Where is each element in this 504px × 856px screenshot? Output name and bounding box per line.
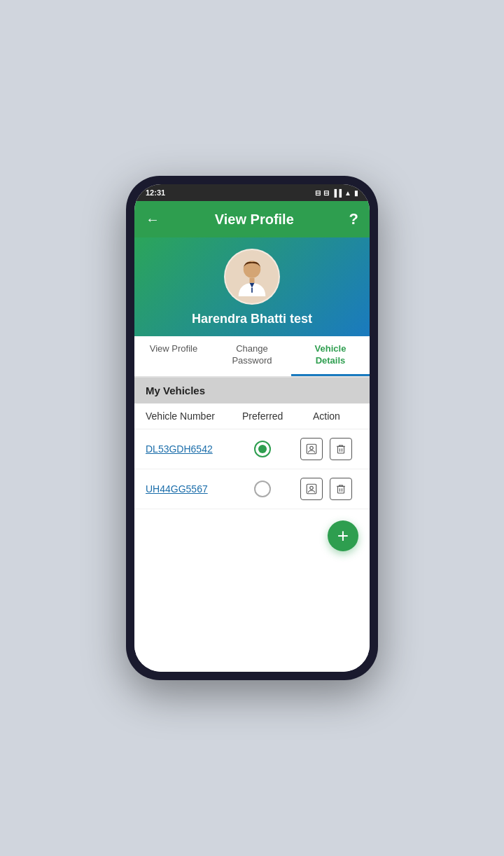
section-header: My Vehicles — [134, 378, 370, 403]
delete-vehicle-icon-1 — [335, 443, 347, 455]
svg-rect-6 — [338, 446, 344, 453]
back-button[interactable]: ← — [146, 212, 160, 228]
phone-frame: 12:31 ⊟ ⊟ ▐▐ ▲ ▮ ← View Profile ? — [126, 176, 378, 680]
delete-vehicle-btn-2[interactable] — [330, 478, 352, 500]
radio-inner-1 — [258, 445, 267, 453]
col-header-action: Action — [295, 410, 358, 422]
table-header: Vehicle Number Preferred Action — [134, 403, 370, 429]
preferred-col-2 — [231, 481, 295, 497]
signal-icon: ▐▐ — [332, 189, 342, 197]
preferred-col-1 — [231, 441, 295, 457]
help-button[interactable]: ? — [349, 210, 358, 228]
app-header: ← View Profile ? — [134, 201, 370, 237]
delete-vehicle-icon-2 — [335, 483, 347, 495]
svg-rect-3 — [250, 278, 255, 283]
svg-rect-9 — [338, 486, 344, 493]
tab-vehicle-details[interactable]: VehicleDetails — [291, 336, 370, 376]
tabs-container: View Profile Change Password VehicleDeta… — [134, 336, 370, 378]
table-row: UH44GG5567 — [134, 469, 370, 509]
sim1-icon: ⊟ — [315, 189, 321, 197]
vehicle-number-1[interactable]: DL53GDH6542 — [146, 443, 231, 455]
status-icons: ⊟ ⊟ ▐▐ ▲ ▮ — [315, 189, 358, 197]
page-title: View Profile — [160, 212, 349, 228]
add-vehicle-fab[interactable]: + — [328, 520, 358, 551]
action-col-2 — [295, 478, 358, 500]
svg-point-5 — [310, 446, 314, 450]
sim2-icon: ⊟ — [323, 189, 329, 197]
col-header-vehicle-number: Vehicle Number — [146, 410, 231, 422]
svg-rect-2 — [251, 288, 253, 293]
profile-hero: Harendra Bhatti test — [134, 237, 370, 336]
content-area: My Vehicles Vehicle Number Preferred Act… — [134, 378, 370, 672]
table-row: DL53GDH6542 — [134, 429, 370, 469]
col-header-preferred: Preferred — [231, 410, 295, 422]
tab-view-profile[interactable]: View Profile — [134, 336, 213, 376]
view-vehicle-btn-1[interactable] — [300, 438, 323, 460]
view-vehicle-icon-2 — [305, 483, 318, 495]
action-col-1 — [295, 438, 358, 460]
avatar — [224, 249, 280, 305]
delete-vehicle-btn-1[interactable] — [330, 438, 352, 460]
avatar-image — [227, 252, 276, 301]
view-vehicle-icon-1 — [305, 443, 318, 455]
battery-icon: ▮ — [354, 189, 358, 197]
view-vehicle-btn-2[interactable] — [300, 478, 323, 500]
vehicle-number-2[interactable]: UH44GG5567 — [146, 483, 231, 495]
tab-change-password[interactable]: Change Password — [213, 336, 291, 376]
preferred-radio-empty-2[interactable] — [254, 481, 271, 497]
section-title: My Vehicles — [146, 385, 205, 396]
phone-screen: 12:31 ⊟ ⊟ ▐▐ ▲ ▮ ← View Profile ? — [134, 184, 370, 672]
status-bar: 12:31 ⊟ ⊟ ▐▐ ▲ ▮ — [134, 184, 370, 201]
status-time: 12:31 — [146, 188, 165, 197]
time-display: 12:31 — [146, 188, 165, 197]
preferred-radio-filled-1[interactable] — [254, 441, 271, 457]
profile-name: Harendra Bhatti test — [192, 312, 312, 326]
vehicle-table: Vehicle Number Preferred Action DL53GDH6… — [134, 403, 370, 509]
wifi-icon: ▲ — [344, 189, 351, 197]
fab-container: + — [134, 509, 370, 557]
svg-point-8 — [310, 486, 314, 490]
